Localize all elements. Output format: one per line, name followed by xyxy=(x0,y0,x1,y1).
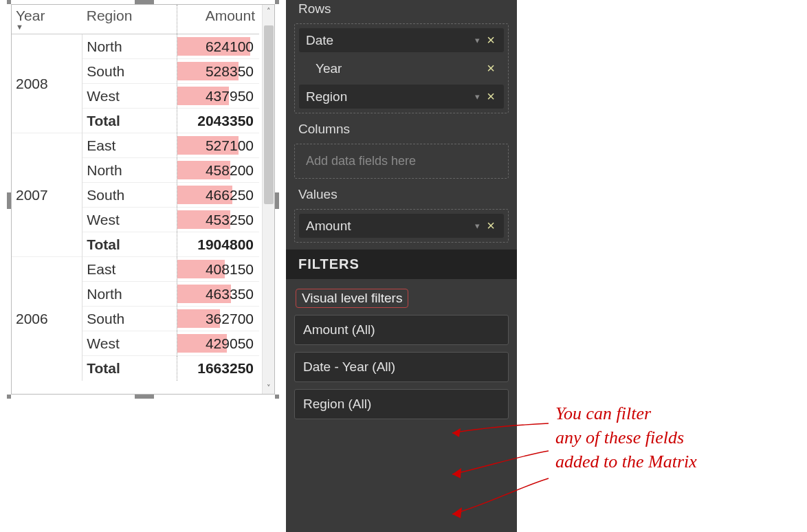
total-label-cell: Total xyxy=(82,356,177,381)
visual-level-filters-label: Visual level filters xyxy=(296,289,408,308)
filters-header: FILTERS xyxy=(286,250,517,279)
scroll-thumb[interactable] xyxy=(264,25,274,204)
columns-placeholder: Add data fields here xyxy=(299,148,504,174)
scrollbar-vertical[interactable]: ˄ ˅ xyxy=(262,5,274,394)
col-header-amount[interactable]: Amount xyxy=(177,5,259,34)
scroll-down-icon[interactable]: ˅ xyxy=(263,381,275,394)
region-cell[interactable]: South xyxy=(82,59,177,84)
matrix-table: Year ▼ Region Amount 2008North624100Sout… xyxy=(12,5,259,381)
field-label: Year xyxy=(316,61,483,76)
region-cell[interactable]: West xyxy=(82,84,177,109)
annotation-text: You can filter any of these fields added… xyxy=(555,401,697,474)
field-label: Date xyxy=(306,33,471,48)
year-cell[interactable]: 2006 xyxy=(12,257,82,381)
svg-marker-2 xyxy=(452,507,462,518)
filter-pill[interactable]: Amount (All) xyxy=(294,315,509,345)
filter-pill[interactable]: Date - Year (All) xyxy=(294,352,509,382)
field-pill-region[interactable]: Region ▾ × xyxy=(299,85,504,109)
matrix-visual[interactable]: Year ▼ Region Amount 2008North624100Sout… xyxy=(7,0,279,399)
region-cell[interactable]: East xyxy=(82,257,177,282)
close-icon[interactable]: × xyxy=(483,32,498,48)
region-cell[interactable]: East xyxy=(82,133,177,158)
amount-cell[interactable]: 463350 xyxy=(177,282,259,307)
region-cell[interactable]: South xyxy=(82,307,177,331)
amount-cell[interactable]: 429050 xyxy=(177,331,259,356)
resize-handle-bottom[interactable] xyxy=(135,395,154,399)
amount-cell[interactable]: 362700 xyxy=(177,307,259,331)
svg-marker-0 xyxy=(452,428,461,437)
table-row: 2006East408150 xyxy=(12,257,259,282)
amount-cell[interactable]: 527100 xyxy=(177,133,259,158)
resize-handle-br[interactable] xyxy=(275,395,279,399)
values-section-label: Values xyxy=(286,186,517,208)
total-amount-cell: 2043350 xyxy=(177,109,259,133)
region-cell[interactable]: South xyxy=(82,183,177,208)
amount-cell[interactable]: 437950 xyxy=(177,84,259,109)
table-row: 2007East527100 xyxy=(12,133,259,158)
total-label-cell: Total xyxy=(82,109,177,133)
total-amount-cell: 1904800 xyxy=(177,232,259,257)
close-icon[interactable]: × xyxy=(483,218,498,234)
sort-indicator-icon: ▼ xyxy=(16,23,78,31)
field-label: Amount xyxy=(306,219,471,234)
rows-section-label: Rows xyxy=(286,0,517,22)
chevron-down-icon[interactable]: ▾ xyxy=(471,221,483,231)
resize-handle-tr[interactable] xyxy=(275,0,279,4)
amount-cell[interactable]: 453250 xyxy=(177,208,259,232)
col-header-year[interactable]: Year ▼ xyxy=(12,5,82,34)
region-cell[interactable]: West xyxy=(82,208,177,232)
region-cell[interactable]: West xyxy=(82,331,177,356)
resize-handle-bl[interactable] xyxy=(7,395,11,399)
amount-cell[interactable]: 466250 xyxy=(177,183,259,208)
annotation-arrows xyxy=(445,418,562,528)
amount-cell[interactable]: 408150 xyxy=(177,257,259,282)
amount-cell[interactable]: 528350 xyxy=(177,59,259,84)
total-label-cell: Total xyxy=(82,232,177,257)
field-pill-amount[interactable]: Amount ▾ × xyxy=(299,214,504,238)
col-header-region[interactable]: Region xyxy=(82,5,177,34)
values-well[interactable]: Amount ▾ × xyxy=(294,209,509,243)
close-icon[interactable]: × xyxy=(483,89,498,104)
year-cell[interactable]: 2008 xyxy=(12,34,82,133)
field-pill-date[interactable]: Date ▾ × xyxy=(299,28,504,52)
region-cell[interactable]: North xyxy=(82,34,177,59)
field-label: Region xyxy=(306,89,471,104)
year-cell[interactable]: 2007 xyxy=(12,133,82,257)
columns-well[interactable]: Add data fields here xyxy=(294,144,509,179)
region-cell[interactable]: North xyxy=(82,158,177,183)
amount-cell[interactable]: 458200 xyxy=(177,158,259,183)
svg-marker-1 xyxy=(452,468,461,478)
close-icon[interactable]: × xyxy=(483,60,498,76)
rows-well[interactable]: Date ▾ × Year × Region ▾ × xyxy=(294,23,509,113)
chevron-down-icon[interactable]: ▾ xyxy=(471,91,483,102)
columns-section-label: Columns xyxy=(286,120,517,142)
chevron-down-icon[interactable]: ▾ xyxy=(471,35,483,45)
table-row: 2008North624100 xyxy=(12,34,259,59)
region-cell[interactable]: North xyxy=(82,282,177,307)
scroll-up-icon[interactable]: ˄ xyxy=(263,5,275,17)
field-pill-date-year[interactable]: Year × xyxy=(299,56,504,80)
amount-cell[interactable]: 624100 xyxy=(177,34,259,59)
filter-pill[interactable]: Region (All) xyxy=(294,389,509,419)
resize-handle-right[interactable] xyxy=(275,192,279,209)
total-amount-cell: 1663250 xyxy=(177,356,259,381)
